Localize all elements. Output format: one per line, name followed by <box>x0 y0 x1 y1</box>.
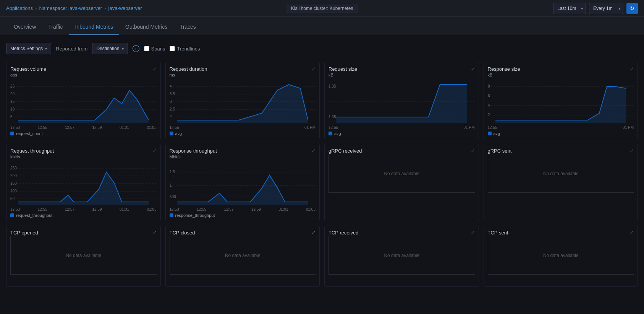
chart-title-response-throughput: Response throughput <box>170 148 217 154</box>
breadcrumb-sep-2: › <box>104 5 106 11</box>
expand-icon-response-size[interactable]: ⤢ <box>630 66 634 72</box>
chart-title-tcp-sent: TCP sent <box>488 230 508 236</box>
reported-from-label: Reported from <box>56 46 87 52</box>
legend-dot <box>488 132 492 135</box>
svg-text:6: 6 <box>488 94 490 98</box>
refresh-wrap: Every 1m Every 15s Every 30s Every 5m Ma… <box>589 3 623 14</box>
expand-icon-request-throughput[interactable]: ⤢ <box>153 148 157 153</box>
chart-tcp-opened: TCP opened ⤢ No data available <box>6 226 161 287</box>
chart-header: Request volume ⤢ <box>10 66 157 72</box>
chart-header: TCP closed ⤢ <box>170 230 316 236</box>
tab-outbound-metrics[interactable]: Outbound Metrics <box>119 19 174 35</box>
chart-title-tcp-received: TCP received <box>328 230 359 236</box>
chart-title-grpc-sent: gRPC sent <box>488 148 512 154</box>
tab-overview[interactable]: Overview <box>8 19 42 35</box>
no-data-grpc-sent: No data available <box>488 155 634 193</box>
chart-empty-grpc-sent: No data available <box>488 155 634 193</box>
no-data-tcp-received: No data available <box>329 236 475 275</box>
chart-title-request-volume: Request volume <box>10 66 46 72</box>
svg-text:3.5: 3.5 <box>170 92 175 96</box>
chart-legend-request-volume: request_count <box>10 131 157 136</box>
svg-marker-35 <box>495 86 626 123</box>
main-content: Metrics Settings ▾ Reported from Destina… <box>0 35 644 294</box>
expand-icon-response-throughput[interactable]: ⤢ <box>312 148 316 153</box>
svg-text:250: 250 <box>10 166 17 170</box>
chart-area-request-size: 1.35 1.35 <box>328 79 475 125</box>
no-data-grpc-received: No data available <box>329 155 475 193</box>
legend-dot <box>170 213 173 217</box>
breadcrumb-service[interactable]: java-webserver <box>108 5 142 11</box>
chart-legend-response-size: avg <box>488 131 634 136</box>
chart-tcp-received: TCP received ⤢ No data available <box>324 226 479 287</box>
expand-icon-request-duration[interactable]: ⤢ <box>312 66 316 72</box>
destination-arrow-icon: ▾ <box>122 47 124 51</box>
expand-icon-grpc-received[interactable]: ⤢ <box>471 148 475 153</box>
svg-text:2: 2 <box>170 115 172 119</box>
svg-text:200: 200 <box>10 174 17 178</box>
legend-dot <box>10 213 14 217</box>
chart-title-request-duration: Request duration <box>170 66 207 72</box>
chart-title-request-throughput: Request throughput <box>10 148 54 154</box>
chart-title-grpc-received: gRPC received <box>328 148 362 154</box>
svg-text:4: 4 <box>488 103 490 107</box>
tabs-bar: Overview Traffic Inbound Metrics Outboun… <box>0 17 644 35</box>
chart-grpc-received: gRPC received ⤢ No data available <box>324 144 479 221</box>
chart-area-request-duration: 4 3.5 3 2.5 2 <box>170 79 316 125</box>
chart-tcp-sent: TCP sent ⤢ No data available <box>484 226 638 287</box>
chart-area-request-throughput: 250 200 150 100 50 <box>10 161 157 207</box>
chart-unit-request-volume: ops <box>10 73 157 77</box>
charts-row-1: Request volume ⤢ ops 25 20 15 10 5 <box>6 62 638 139</box>
chart-unit-request-size: kB <box>328 73 475 77</box>
tab-traces[interactable]: Traces <box>174 19 202 35</box>
chart-header: gRPC received ⤢ <box>328 148 475 154</box>
chart-title-request-size: Request size <box>328 66 357 72</box>
trendlines-checkbox-label[interactable]: Trendlines <box>170 46 200 52</box>
expand-icon-request-size[interactable]: ⤢ <box>471 66 475 72</box>
x-axis-labels-request-duration: 12:5501 PM <box>170 125 316 130</box>
destination-button[interactable]: Destination ▾ <box>92 43 128 54</box>
svg-text:150: 150 <box>10 181 17 185</box>
spans-checkbox-label[interactable]: Spans <box>144 46 165 52</box>
svg-text:1.5: 1.5 <box>170 170 175 174</box>
tab-traffic[interactable]: Traffic <box>42 19 69 35</box>
expand-icon-tcp-closed[interactable]: ⤢ <box>312 230 316 235</box>
svg-marker-46 <box>18 172 149 205</box>
expand-icon-tcp-received[interactable]: ⤢ <box>471 230 475 235</box>
chart-unit-response-size: kB <box>488 73 634 77</box>
metrics-settings-arrow-icon: ▾ <box>45 47 47 51</box>
chart-empty-tcp-received: No data available <box>328 236 475 275</box>
chart-unit-response-throughput: Mbit/s <box>170 155 316 159</box>
chart-header: Response throughput ⤢ <box>170 148 316 154</box>
svg-text:500: 500 <box>170 195 176 199</box>
svg-text:2: 2 <box>488 113 490 117</box>
info-icon[interactable]: i <box>133 45 139 52</box>
chart-response-size: Response size ⤢ kB 8 6 4 2 <box>484 62 638 139</box>
chart-legend-request-size: avg <box>328 131 475 136</box>
svg-text:20: 20 <box>10 92 15 96</box>
time-range-select[interactable]: Last 10m Last 1m Last 5m Last 30m Last 1… <box>553 3 586 14</box>
chart-legend-response-throughput: response_throughput <box>170 213 316 218</box>
chart-area-response-size: 8 6 4 2 <box>488 79 634 125</box>
breadcrumb-applications[interactable]: Applications <box>6 5 33 11</box>
trendlines-checkbox[interactable] <box>170 46 175 51</box>
tab-inbound-metrics[interactable]: Inbound Metrics <box>69 19 119 35</box>
expand-icon-request-volume[interactable]: ⤢ <box>153 66 157 72</box>
spans-checkbox[interactable] <box>144 46 149 51</box>
metrics-settings-button[interactable]: Metrics Settings ▾ <box>6 43 51 54</box>
top-bar: Applications › Namespace: java-webserver… <box>0 0 644 17</box>
expand-icon-grpc-sent[interactable]: ⤢ <box>630 148 634 153</box>
chart-empty-tcp-closed: No data available <box>170 236 316 275</box>
expand-icon-tcp-opened[interactable]: ⤢ <box>153 230 157 235</box>
refresh-button[interactable]: ↻ <box>626 3 638 14</box>
chart-header: TCP received ⤢ <box>328 230 475 236</box>
charts-row-2: Request throughput ⤢ kbit/s 250 200 150 … <box>6 144 638 221</box>
svg-marker-53 <box>177 175 308 205</box>
refresh-select[interactable]: Every 1m Every 15s Every 30s Every 5m Ma… <box>589 3 623 14</box>
legend-dot <box>328 132 332 135</box>
chart-empty-grpc-received: No data available <box>328 155 475 193</box>
cluster-badge: Kiall home cluster: Kubernetes <box>287 4 358 13</box>
breadcrumb-namespace[interactable]: Namespace: java-webserver <box>39 5 102 11</box>
expand-icon-tcp-sent[interactable]: ⤢ <box>630 230 634 235</box>
chart-title-tcp-opened: TCP opened <box>10 230 38 236</box>
chart-request-volume: Request volume ⤢ ops 25 20 15 10 5 <box>6 62 161 139</box>
